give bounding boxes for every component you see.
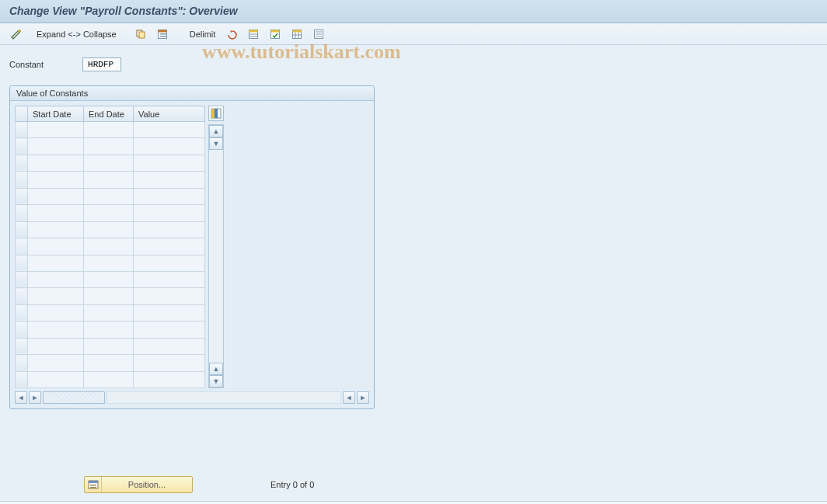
select-all-button[interactable]: [153, 26, 172, 42]
column-start-date[interactable]: Start Date: [28, 106, 84, 122]
undo-button[interactable]: [222, 26, 241, 42]
scroll-left-step-button[interactable]: ◄: [343, 391, 355, 404]
table-cell[interactable]: [84, 122, 134, 138]
row-selector[interactable]: [16, 322, 28, 338]
table-view-3-button[interactable]: [288, 26, 306, 42]
table-cell[interactable]: [84, 205, 134, 221]
constant-value-field[interactable]: HRDFP: [82, 57, 121, 71]
table-cell[interactable]: [28, 172, 84, 188]
table-cell[interactable]: [134, 322, 205, 338]
row-selector[interactable]: [16, 304, 28, 321]
table-cell[interactable]: [134, 371, 205, 388]
row-selector[interactable]: [16, 138, 28, 155]
table-cell[interactable]: [134, 238, 205, 255]
table-cell[interactable]: [28, 255, 84, 271]
table-cell[interactable]: [28, 338, 84, 354]
row-selector[interactable]: [16, 355, 28, 371]
table-row[interactable]: [16, 255, 205, 271]
table-row[interactable]: [16, 371, 205, 388]
table-cell[interactable]: [28, 238, 84, 255]
table-cell[interactable]: [84, 322, 134, 338]
table-row[interactable]: [16, 155, 205, 171]
row-selector[interactable]: [16, 122, 28, 138]
scroll-up-button[interactable]: ▲: [209, 125, 223, 137]
table-cell[interactable]: [28, 205, 84, 221]
table-cell[interactable]: [84, 338, 134, 354]
position-button[interactable]: Position...: [84, 476, 193, 493]
table-cell[interactable]: [134, 304, 205, 321]
row-selector[interactable]: [16, 172, 28, 188]
table-cell[interactable]: [134, 271, 205, 287]
expand-collapse-button[interactable]: Expand <-> Collapse: [30, 26, 120, 42]
table-cell[interactable]: [28, 221, 84, 238]
table-row[interactable]: [16, 188, 205, 204]
table-cell[interactable]: [134, 355, 205, 371]
table-cell[interactable]: [28, 122, 84, 138]
table-cell[interactable]: [134, 188, 205, 204]
table-cell[interactable]: [134, 122, 205, 138]
row-selector[interactable]: [16, 371, 28, 388]
table-cell[interactable]: [84, 155, 134, 171]
table-cell[interactable]: [84, 172, 134, 188]
table-row[interactable]: [16, 172, 205, 188]
scroll-left-button[interactable]: ◄: [15, 391, 27, 404]
table-cell[interactable]: [84, 255, 134, 271]
table-cell[interactable]: [84, 304, 134, 321]
table-cell[interactable]: [134, 338, 205, 354]
scroll-right-button[interactable]: ►: [357, 391, 369, 404]
table-cell[interactable]: [84, 355, 134, 371]
row-selector[interactable]: [16, 288, 28, 304]
table-cell[interactable]: [28, 322, 84, 338]
row-selector[interactable]: [16, 205, 28, 221]
table-row[interactable]: [16, 338, 205, 354]
table-cell[interactable]: [28, 288, 84, 304]
row-selector[interactable]: [16, 271, 28, 287]
selector-header[interactable]: [16, 106, 28, 122]
table-cell[interactable]: [84, 188, 134, 204]
table-cell[interactable]: [84, 238, 134, 255]
table-row[interactable]: [16, 205, 205, 221]
table-cell[interactable]: [134, 205, 205, 221]
table-cell[interactable]: [134, 255, 205, 271]
scroll-down-step-button[interactable]: ▼: [209, 137, 223, 150]
copy-button[interactable]: [131, 26, 150, 42]
table-row[interactable]: [16, 322, 205, 338]
table-row[interactable]: [16, 122, 205, 138]
column-end-date[interactable]: End Date: [84, 106, 134, 122]
table-view-2-button[interactable]: [266, 26, 284, 42]
table-cell[interactable]: [84, 288, 134, 304]
table-row[interactable]: [16, 238, 205, 255]
scroll-down-button[interactable]: ▼: [209, 375, 223, 388]
table-cell[interactable]: [28, 271, 84, 287]
table-view-1-button[interactable]: [244, 26, 263, 42]
table-settings-button[interactable]: [208, 106, 224, 121]
table-cell[interactable]: [28, 304, 84, 321]
row-selector[interactable]: [16, 338, 28, 354]
table-cell[interactable]: [28, 155, 84, 171]
scroll-up-step-button[interactable]: ▲: [209, 363, 223, 375]
row-selector[interactable]: [16, 238, 28, 255]
table-cell[interactable]: [84, 371, 134, 388]
table-cell[interactable]: [28, 371, 84, 388]
column-value[interactable]: Value: [134, 106, 205, 122]
table-row[interactable]: [16, 271, 205, 287]
table-cell[interactable]: [84, 271, 134, 287]
table-cell[interactable]: [134, 155, 205, 171]
table-cell[interactable]: [134, 288, 205, 304]
table-cell[interactable]: [28, 138, 84, 155]
table-cell[interactable]: [28, 188, 84, 204]
table-cell[interactable]: [84, 138, 134, 155]
table-row[interactable]: [16, 304, 205, 321]
scroll-right-step-button[interactable]: ►: [29, 391, 41, 404]
row-selector[interactable]: [16, 221, 28, 238]
row-selector[interactable]: [16, 155, 28, 171]
delimit-button[interactable]: Delimit: [183, 26, 220, 42]
table-row[interactable]: [16, 355, 205, 371]
table-cell[interactable]: [134, 172, 205, 188]
table-row[interactable]: [16, 288, 205, 304]
row-selector[interactable]: [16, 255, 28, 271]
table-cell[interactable]: [28, 355, 84, 371]
table-row[interactable]: [16, 138, 205, 155]
table-cell[interactable]: [134, 221, 205, 238]
table-row[interactable]: [16, 221, 205, 238]
